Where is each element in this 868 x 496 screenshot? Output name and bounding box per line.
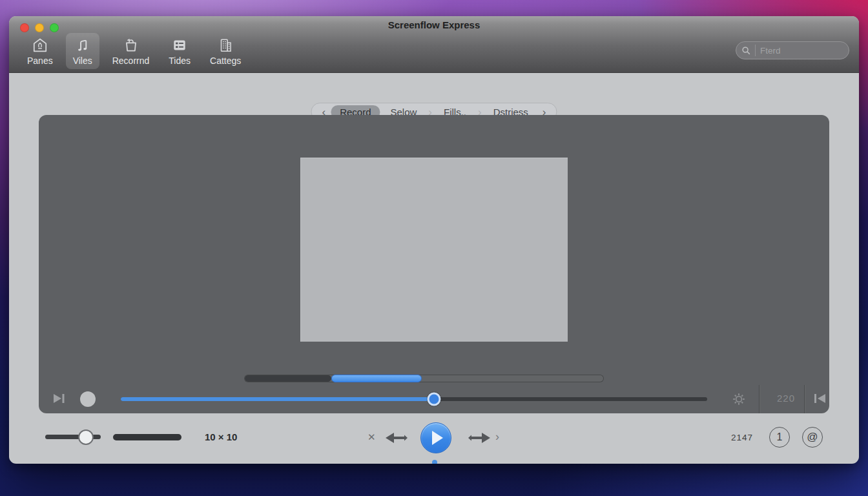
scrubber-handle[interactable] <box>427 393 440 406</box>
timecode-label: 2147 <box>731 433 753 442</box>
level-bar <box>113 434 181 440</box>
app-window: Screenflow Express Panes Viles <box>9 16 859 464</box>
toolbar-item-viles[interactable]: Viles <box>66 33 99 69</box>
toolbar-item-tides[interactable]: Tides <box>162 33 197 69</box>
volume-slider[interactable] <box>45 435 101 439</box>
record-stop-button[interactable] <box>80 391 96 407</box>
dimensions-label: 10 × 10 <box>205 431 237 442</box>
desktop-wallpaper: Screenflow Express Panes Viles <box>0 0 868 496</box>
toolbar-item-label: Tides <box>169 56 191 66</box>
transport-bar: 220 <box>39 385 829 413</box>
building-icon <box>217 37 234 54</box>
timeline-strip[interactable] <box>244 375 604 382</box>
chevron-right-icon[interactable]: › <box>495 430 499 444</box>
bottom-bar: 10 × 10 ✕ › 2147 1 @ <box>9 413 859 464</box>
list-icon <box>171 37 188 54</box>
volume-knob[interactable] <box>78 429 94 445</box>
toolbar-item-recorrnd[interactable]: Recorrnd <box>106 33 156 69</box>
playback-scrubber[interactable] <box>121 397 707 401</box>
toolbar-item-panes[interactable]: Panes <box>21 33 59 69</box>
house-icon <box>32 37 48 54</box>
fast-forward-icon[interactable] <box>468 432 491 444</box>
toolbar-item-label: Recorrnd <box>112 56 150 66</box>
toolbar-item-label: Cattegs <box>210 56 241 66</box>
toolbar-item-label: Viles <box>73 56 92 66</box>
play-button[interactable] <box>420 422 451 453</box>
play-icon <box>432 431 443 445</box>
rewind-icon[interactable] <box>385 432 408 444</box>
bag-icon <box>123 37 140 54</box>
timeline-dark-segment <box>245 375 331 382</box>
search-field[interactable] <box>736 41 849 59</box>
at-badge[interactable]: @ <box>802 427 823 448</box>
window-title: Screenflow Express <box>9 19 859 30</box>
music-note-icon <box>74 37 91 54</box>
timeline-blue-segment[interactable] <box>331 375 422 382</box>
skip-to-start-icon[interactable] <box>812 392 827 405</box>
search-divider <box>755 45 756 56</box>
video-preview <box>300 158 568 342</box>
toolbar-item-cattegs[interactable]: Cattegs <box>203 33 247 69</box>
player-canvas: 220 <box>39 115 829 413</box>
toolbar: Panes Viles Recorrnd <box>21 33 247 69</box>
search-icon <box>741 46 751 56</box>
search-input[interactable] <box>760 46 831 56</box>
skip-to-end-icon[interactable] <box>52 392 67 405</box>
close-icon[interactable]: ✕ <box>367 431 376 443</box>
window-header: Screenflow Express Panes Viles <box>9 16 859 73</box>
frame-counter: 220 <box>772 393 800 404</box>
toolbar-item-label: Panes <box>27 56 53 66</box>
transport-divider <box>759 385 760 413</box>
transport-divider <box>804 385 805 413</box>
scrubber-fill <box>121 397 434 401</box>
count-badge[interactable]: 1 <box>769 427 790 448</box>
gear-icon[interactable] <box>732 392 746 406</box>
progress-dot <box>432 460 437 464</box>
